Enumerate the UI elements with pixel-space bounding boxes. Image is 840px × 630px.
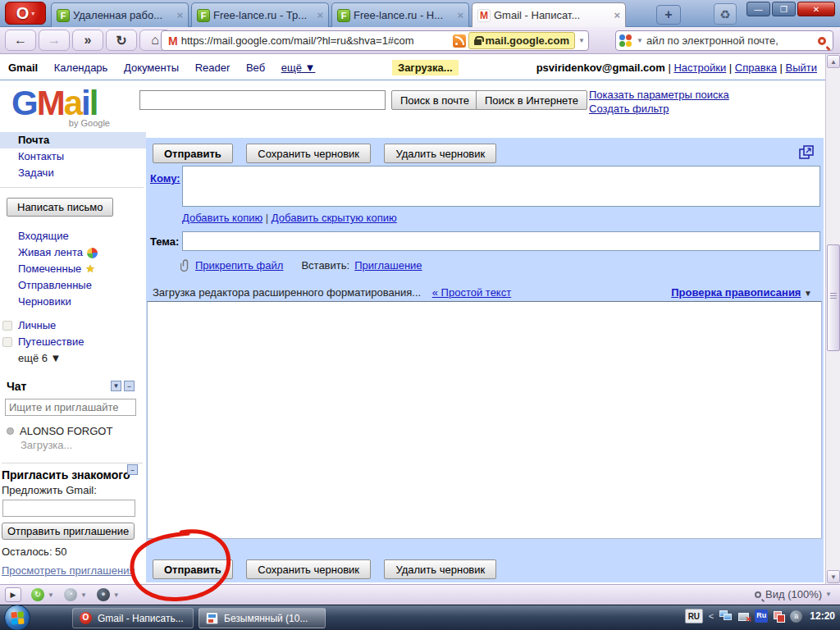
label-personal[interactable]: Личные [0, 317, 146, 334]
sidebar-item-mail[interactable]: Почта [0, 132, 146, 148]
more-labels-dropdown[interactable]: ещё 6 ▼ [0, 350, 146, 367]
nav-web[interactable]: Веб [246, 62, 265, 74]
taskbar-item-opera-gmail[interactable]: O Gmail - Написать... [72, 608, 194, 628]
url-text[interactable]: https://mail.google.com/mail/?hl=ru&shva… [181, 34, 450, 47]
invite-email-input[interactable] [2, 500, 135, 517]
to-field-input[interactable] [182, 166, 820, 207]
tab-freelance-home[interactable]: F Free-lance.ru - Н... × [331, 2, 469, 27]
opera-turbo-button[interactable]: ◔▼ [64, 588, 87, 601]
chat-collapse-icon[interactable]: – [124, 381, 135, 391]
save-draft-button-top[interactable]: Сохранить черновик [246, 144, 371, 163]
scrollbar-thumb[interactable] [827, 244, 840, 351]
tab-close-icon[interactable]: × [457, 9, 463, 21]
close-window-button[interactable]: ✕ [797, 2, 835, 16]
new-tab-button[interactable]: + [656, 5, 681, 25]
address-bar[interactable]: M https://mail.google.com/mail/?hl=ru&sh… [161, 30, 589, 51]
compose-mail-button[interactable]: Написать письмо [7, 198, 113, 217]
opera-menu-button[interactable]: O ▾ [5, 2, 46, 25]
tab-gmail-active[interactable]: M Gmail - Написат... × [472, 2, 626, 27]
spellcheck-dropdown-icon[interactable]: ▼ [804, 289, 812, 298]
start-button[interactable] [4, 605, 30, 630]
add-cc-link[interactable]: Добавить копию [182, 212, 262, 224]
folder-drafts[interactable]: Черновики [0, 294, 146, 310]
tab-udalennaya-rabota[interactable]: F Удаленная рабо... × [51, 2, 189, 27]
closed-tabs-trash-button[interactable]: ♻ [714, 3, 737, 25]
punto-switcher-ru-icon[interactable]: Ru [755, 609, 768, 623]
reload-button[interactable]: ↻ [106, 30, 137, 51]
send-button-bottom[interactable]: Отправить [153, 559, 233, 579]
chat-options-dropdown-icon[interactable]: ▼ [111, 381, 121, 391]
tab-close-icon[interactable]: × [317, 9, 323, 21]
folder-sent[interactable]: Отправленные [0, 277, 146, 294]
create-filter-link[interactable]: Создать фильтр [589, 102, 729, 116]
attach-file-link[interactable]: Прикрепить файл [195, 259, 283, 272]
discard-draft-button-top[interactable]: Удалить черновик [384, 144, 496, 163]
spellcheck-link[interactable]: Проверка правописания [671, 286, 801, 299]
minimize-button[interactable]: — [746, 2, 770, 16]
network-disconnected-icon[interactable] [738, 613, 749, 621]
fast-forward-button[interactable]: » [72, 30, 103, 51]
discard-draft-button-bottom[interactable]: Удалить черновик [384, 559, 496, 579]
nav-calendar[interactable]: Календарь [54, 62, 108, 74]
sidebar-item-tasks[interactable]: Задачи [0, 165, 146, 181]
invite-collapse-icon[interactable]: – [127, 464, 138, 475]
search-query-text[interactable]: айл по электронной почте, [646, 34, 818, 47]
sidebar-item-contacts[interactable]: Контакты [0, 148, 146, 165]
save-draft-button-bottom[interactable]: Сохранить черновик [246, 559, 371, 579]
popout-compose-icon[interactable] [799, 145, 814, 160]
plain-text-link[interactable]: « Простой текст [432, 286, 511, 299]
opera-unite-button[interactable]: ●▼ [97, 588, 120, 601]
insert-invitation-link[interactable]: Приглашение [354, 259, 422, 272]
security-badge[interactable]: mail.google.com [468, 32, 576, 49]
signout-link[interactable]: Выйти [786, 62, 818, 74]
zoom-control[interactable]: Вид (100%) ▼ [755, 588, 832, 600]
tray-app-icon[interactable] [774, 611, 784, 622]
label-travel[interactable]: Путешествие [0, 334, 146, 350]
taskbar-clock[interactable]: 12:20 [810, 610, 835, 622]
nav-more-dropdown[interactable]: ещё ▼ [281, 62, 316, 74]
nav-reader[interactable]: Reader [195, 62, 231, 74]
search-engine-dropdown-icon[interactable]: ▼ [637, 37, 643, 44]
settings-link[interactable]: Настройки [673, 62, 726, 74]
zoom-level-text[interactable]: Вид (100%) [765, 588, 822, 600]
taskbar-item-paint-untitled[interactable]: Безымянный (10... [199, 608, 326, 628]
mail-search-input[interactable] [139, 90, 386, 110]
send-button-top[interactable]: Отправить [153, 144, 233, 163]
help-link[interactable]: Справка [735, 62, 777, 74]
language-indicator[interactable]: RU [685, 609, 703, 623]
folder-starred[interactable]: Помеченные★ [0, 261, 146, 277]
message-body-textarea[interactable] [147, 301, 822, 539]
search-web-button[interactable]: Поиск в Интернете [476, 90, 587, 110]
rss-feed-icon[interactable] [453, 34, 466, 48]
scroll-up-icon[interactable]: ▲ [827, 55, 840, 68]
maximize-button[interactable]: ❐ [772, 2, 796, 16]
badge-dropdown-icon[interactable]: ▼ [578, 37, 585, 44]
tray-expand-icon[interactable]: < [709, 611, 714, 621]
search-go-icon[interactable] [818, 37, 826, 45]
subject-field-input[interactable] [182, 231, 820, 251]
chat-contact-row[interactable]: ALONSO FORGOT [7, 425, 146, 437]
tray-globe-icon[interactable]: a [790, 610, 802, 623]
chat-search-input[interactable] [5, 399, 136, 416]
search-mail-button[interactable]: Поиск в почте [391, 90, 478, 110]
scroll-down-icon[interactable]: ▼ [827, 570, 840, 583]
nav-documents[interactable]: Документы [124, 62, 179, 74]
to-field-label[interactable]: Кому: [150, 172, 180, 185]
tab-close-icon[interactable]: × [614, 9, 620, 21]
back-button[interactable]: ← [5, 30, 36, 51]
panels-toggle-button[interactable]: ▶ [5, 587, 21, 602]
tab-close-icon[interactable]: × [176, 9, 183, 21]
network-monitors-icon[interactable] [719, 610, 733, 622]
forward-button[interactable]: → [39, 30, 70, 51]
tab-freelance-projects[interactable]: F Free-lance.ru - Тр... × [191, 2, 329, 27]
page-scrollbar[interactable]: ▲ ▼ [825, 54, 840, 584]
send-invite-button[interactable]: Отправить приглашение [2, 523, 135, 540]
add-bcc-link[interactable]: Добавить скрытую копию [272, 212, 397, 224]
view-invites-link[interactable]: Просмотреть приглашения [2, 564, 143, 577]
show-search-options-link[interactable]: Показать параметры поиска [589, 88, 729, 102]
zoom-dropdown-icon[interactable]: ▼ [825, 591, 832, 598]
opera-sync-button[interactable]: ↻▼ [31, 588, 54, 601]
browser-search-field[interactable]: ▼ айл по электронной почте, [615, 30, 833, 51]
folder-inbox[interactable]: Входящие [0, 228, 146, 244]
folder-buzz[interactable]: Живая лента [0, 244, 146, 261]
